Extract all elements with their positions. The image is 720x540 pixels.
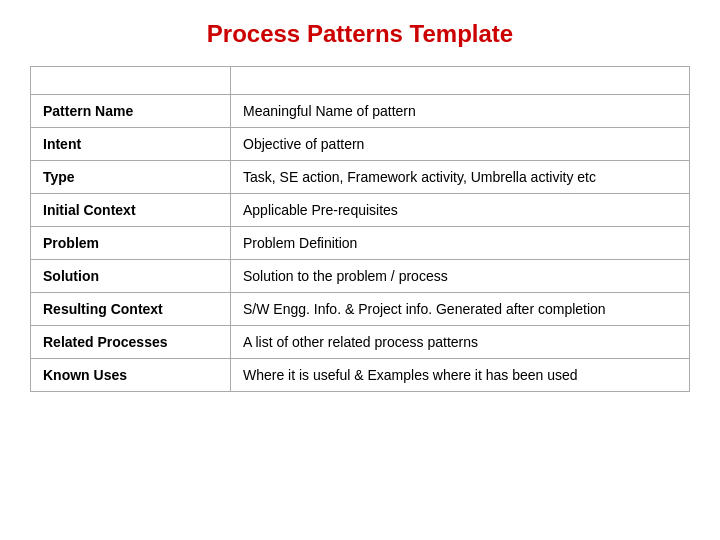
- row-value: Problem Definition: [231, 227, 690, 260]
- table-row: IntentObjective of pattern: [31, 128, 690, 161]
- row-value: Where it is useful & Examples where it h…: [231, 359, 690, 392]
- pattern-table: Pattern NameMeaningful Name of patternIn…: [30, 66, 690, 392]
- table-row: Pattern NameMeaningful Name of pattern: [31, 95, 690, 128]
- row-label: Pattern Name: [31, 95, 231, 128]
- table-row: SolutionSolution to the problem / proces…: [31, 260, 690, 293]
- table-row: Related ProcessesA list of other related…: [31, 326, 690, 359]
- row-label: Solution: [31, 260, 231, 293]
- row-value: S/W Engg. Info. & Project info. Generate…: [231, 293, 690, 326]
- table-row: TypeTask, SE action, Framework activity,…: [31, 161, 690, 194]
- row-value: Task, SE action, Framework activity, Umb…: [231, 161, 690, 194]
- row-label: Known Uses: [31, 359, 231, 392]
- page-title: Process Patterns Template: [207, 20, 513, 48]
- table-row: Initial ContextApplicable Pre-requisites: [31, 194, 690, 227]
- row-label: Related Processes: [31, 326, 231, 359]
- row-value: Meaningful Name of pattern: [231, 95, 690, 128]
- row-label: Problem: [31, 227, 231, 260]
- row-value: Objective of pattern: [231, 128, 690, 161]
- row-label: Type: [31, 161, 231, 194]
- spacer-row: [31, 67, 690, 95]
- table-row: Known UsesWhere it is useful & Examples …: [31, 359, 690, 392]
- table-row: ProblemProblem Definition: [31, 227, 690, 260]
- row-value: Applicable Pre-requisites: [231, 194, 690, 227]
- table-row: Resulting ContextS/W Engg. Info. & Proje…: [31, 293, 690, 326]
- row-value: Solution to the problem / process: [231, 260, 690, 293]
- row-label: Intent: [31, 128, 231, 161]
- row-label: Initial Context: [31, 194, 231, 227]
- row-value: A list of other related process patterns: [231, 326, 690, 359]
- row-label: Resulting Context: [31, 293, 231, 326]
